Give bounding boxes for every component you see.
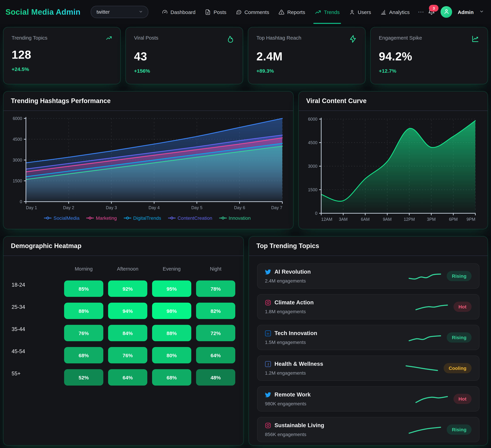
svg-text:in: in [267, 332, 269, 335]
topic-title: Sustainable Living [274, 422, 324, 429]
stat-value: 2.4M [256, 50, 357, 63]
heatmap-cell: 76% [64, 325, 103, 341]
heatmap-column-label: Afternoon [108, 266, 147, 272]
stat-title: Trending Topics [12, 35, 47, 41]
topic-sparkline [406, 363, 438, 373]
panel-header: Trending Hashtags Performance [3, 91, 293, 111]
heatmap-row-label: 25-34 [12, 303, 59, 310]
svg-text:1500: 1500 [13, 178, 22, 183]
platform-select-value: twitter [96, 9, 110, 15]
svg-text:Day 4: Day 4 [149, 205, 160, 210]
heatmap-header-row: MorningAfternoonEveningNight [12, 266, 235, 272]
heatmap-cell: 88% [64, 303, 103, 319]
stats-row: Trending Topics128+24.5%Viral Posts43+15… [3, 27, 488, 84]
panel-header: Viral Content Curve [299, 91, 488, 111]
nav-more-button[interactable]: ⋯ [415, 8, 428, 16]
social-media-admin-dashboard: Social Media Admin twitter DashboardPost… [0, 0, 491, 448]
heatmap-cell: 80% [152, 347, 191, 363]
instagram-icon [265, 299, 271, 306]
heatmap-cell: 68% [64, 347, 103, 363]
stat-delta: +12.7% [379, 68, 479, 74]
topic-item-sustainable-living[interactable]: Sustainable Living856K engagementsRising [257, 417, 479, 442]
nav-item-reports[interactable]: Reports [274, 0, 310, 24]
svg-text:4500: 4500 [13, 137, 22, 142]
heatmap-cell: 92% [108, 281, 147, 297]
topic-title: AI Revolution [274, 269, 311, 275]
heatmap-corner [12, 266, 59, 272]
nav-item-dashboard[interactable]: Dashboard [157, 0, 200, 24]
twitter-icon [265, 269, 271, 275]
platform-select[interactable]: twitter [91, 6, 148, 18]
heatmap-cell: 48% [196, 369, 235, 386]
person-icon [443, 8, 450, 16]
chevron-down-icon [138, 9, 143, 15]
nav-item-posts[interactable]: Posts [200, 0, 231, 24]
nav-item-users[interactable]: Users [344, 0, 376, 24]
user-name[interactable]: Admin [458, 9, 474, 15]
heatmap-row-18-24: 18-2485%92%95%78% [12, 281, 235, 297]
avatar[interactable] [441, 6, 452, 18]
heatmap-cell: 82% [196, 303, 235, 319]
nav-item-analytics[interactable]: Analytics [376, 0, 415, 24]
topic-title: Health & Wellness [274, 361, 323, 367]
hashtags-area-chart: 01500300045006000Day 1Day 2Day 3Day 4Day… [6, 114, 286, 213]
heatmap-row-label: 35-44 [12, 325, 59, 332]
heatmap-cell: 52% [64, 369, 103, 386]
topic-sparkline [415, 302, 448, 312]
bar-chart-icon [381, 9, 387, 15]
stat-card-top-hashtag-reach: Top Hashtag Reach2.4M+89.3% [248, 27, 366, 84]
legend-item-marketing[interactable]: Marketing [86, 215, 117, 221]
topic-item-climate-action[interactable]: Climate Action1.8M engagementsHot [257, 294, 479, 319]
topic-title: Climate Action [274, 299, 314, 306]
facebook-icon: f [265, 361, 271, 367]
legend-item-digitaltrends[interactable]: DigitalTrends [123, 215, 161, 221]
panel-title: Viral Content Curve [306, 97, 367, 104]
svg-text:Day 6: Day 6 [234, 205, 245, 210]
svg-text:4500: 4500 [308, 140, 317, 145]
topic-item-tech-innovation[interactable]: inTech Innovation1.5M engagementsRising [257, 325, 479, 350]
demographic-heatmap-panel: Demographic Heatmap MorningAfternoonEven… [3, 236, 244, 446]
stat-card-engagement-spike: Engagement Spike94.2%+12.7% [370, 27, 488, 84]
svg-text:12PM: 12PM [404, 217, 415, 222]
topic-item-remote-work[interactable]: Remote Work980K engagementsHot [257, 386, 479, 411]
legend-item-contentcreation[interactable]: ContentCreation [168, 215, 212, 221]
status-badge: Rising [447, 332, 472, 342]
heatmap-body: MorningAfternoonEveningNight18-2485%92%9… [3, 256, 244, 402]
nav-item-label: Users [358, 9, 371, 15]
svg-text:6AM: 6AM [361, 217, 370, 222]
stat-value: 128 [12, 48, 112, 61]
chevron-down-icon[interactable] [479, 9, 484, 15]
topic-title: Remote Work [274, 391, 311, 398]
legend-item-socialmedia[interactable]: SocialMedia [44, 215, 80, 221]
trending-up-icon [315, 9, 321, 15]
nav-item-comments[interactable]: Comments [231, 0, 274, 24]
stat-delta: +89.3% [256, 68, 357, 74]
stat-value: 94.2% [379, 50, 479, 63]
topic-item-ai-revolution[interactable]: AI Revolution2.4M engagementsRising [257, 263, 479, 289]
notifications-button[interactable]: 3 [428, 8, 435, 16]
charts-row: Trending Hashtags Performance 0150030004… [3, 91, 488, 229]
heatmap-cell: 95% [152, 281, 191, 297]
trending-hashtags-panel: Trending Hashtags Performance 0150030004… [3, 91, 293, 229]
nav-item-trends[interactable]: Trends [310, 0, 344, 24]
svg-text:12AM: 12AM [321, 217, 332, 222]
navbar-right: 3 Admin [428, 6, 484, 18]
linkedin-icon: in [265, 330, 271, 336]
topic-item-health-wellness[interactable]: fHealth & Wellness1.2M engagementsCoolin… [257, 356, 479, 381]
stat-card-viral-posts: Viral Posts43+156% [125, 27, 243, 84]
heatmap-cell: 68% [152, 369, 191, 386]
stat-delta: +156% [134, 68, 235, 74]
hashtags-chart: 01500300045006000Day 1Day 2Day 3Day 4Day… [3, 111, 293, 222]
topic-engagements: 2.4M engagements [265, 278, 311, 283]
topic-engagements: 856K engagements [265, 432, 324, 437]
main-nav: DashboardPostsCommentsReportsTrendsUsers… [157, 0, 415, 24]
topic-engagements: 980K engagements [265, 401, 311, 406]
topic-sparkline [415, 394, 448, 404]
legend-label: ContentCreation [178, 215, 212, 221]
legend-marker [168, 216, 175, 220]
stat-title: Top Hashtag Reach [256, 35, 302, 41]
user-icon [349, 9, 355, 15]
viral-area-chart: 0150030004500600012AM3AM6AM9AM12PM3PM6PM… [302, 114, 480, 227]
heatmap-row-25-34: 25-3488%94%98%82% [12, 303, 235, 319]
legend-item-innovation[interactable]: Innovation [219, 215, 251, 221]
